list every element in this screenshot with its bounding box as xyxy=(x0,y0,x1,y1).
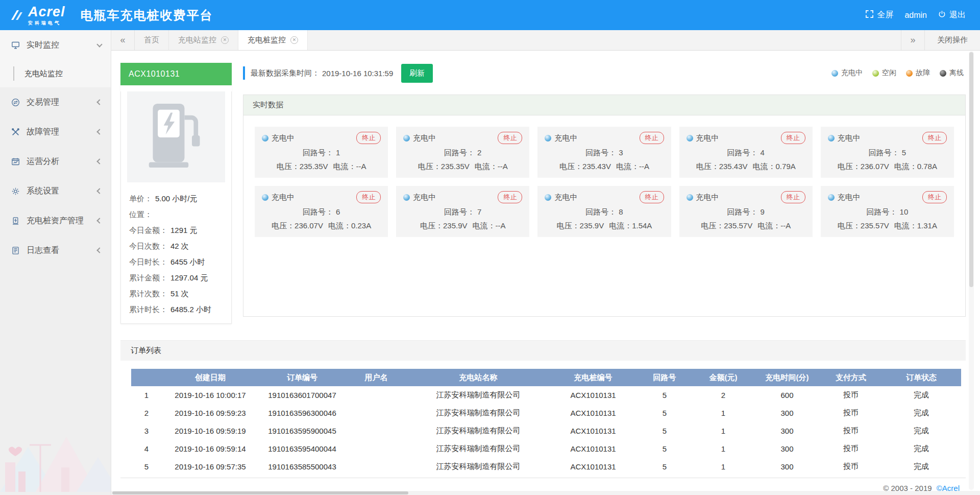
fullscreen-button[interactable]: 全屏 xyxy=(866,10,893,20)
close-icon[interactable]: ✕ xyxy=(290,36,298,44)
circuit-label: 回路号： xyxy=(303,148,333,157)
circuit-label: 回路号： xyxy=(444,148,475,157)
chevron-left-icon xyxy=(96,99,102,105)
table-cell: 2019-10-16 10:00:17 xyxy=(162,386,259,404)
table-cell xyxy=(346,422,407,440)
sidebar-item-fault-management[interactable]: 故障管理 xyxy=(0,117,111,147)
sidebar-item-transaction-management[interactable]: 交易管理 xyxy=(0,87,111,117)
sidebar-item-label: 交易管理 xyxy=(27,97,91,108)
terminate-button[interactable]: 终止 xyxy=(356,132,381,144)
logo-text: Acrel xyxy=(28,5,65,19)
card-status-label: 充电中 xyxy=(838,133,861,143)
table-cell xyxy=(346,458,407,476)
acrel-brand-link[interactable]: ©Acrel xyxy=(937,484,960,491)
voltage-label: 电压： xyxy=(272,221,295,230)
table-cell: 5 xyxy=(636,386,693,404)
close-operations-button[interactable]: 关闭操作 xyxy=(924,30,980,50)
table-cell: 1 xyxy=(131,386,162,404)
realtime-data-panel: 实时数据 充电中终止 回路号：1 电压：235.35V电流：--A 充电中终止 … xyxy=(243,95,966,317)
charging-status-dot xyxy=(831,70,838,77)
column-header: 订单编号 xyxy=(259,369,346,386)
terminate-button[interactable]: 终止 xyxy=(640,132,664,144)
accent-bar xyxy=(243,66,245,80)
current-label: 电流： xyxy=(757,221,780,230)
sidebar-subitem-charging-station-monitor[interactable]: 充电站监控 xyxy=(0,60,111,87)
table-cell: 投币 xyxy=(820,422,881,440)
tab-scroll-left-button[interactable]: « xyxy=(111,30,135,50)
table-cell: 投币 xyxy=(820,458,881,476)
voltage-value: 235.57V xyxy=(861,221,889,230)
current-label: 电流： xyxy=(609,221,632,230)
logo-subtext: 安科瑞电气 xyxy=(28,21,65,26)
vertical-scrollbar[interactable] xyxy=(969,51,974,490)
column-header: 回路号 xyxy=(636,369,693,386)
fault-status-dot xyxy=(906,70,913,77)
sidebar-item-system-settings[interactable]: 系统设置 xyxy=(0,176,111,206)
horizontal-scrollbar[interactable] xyxy=(111,491,980,495)
charging-status-dot xyxy=(262,135,268,142)
circuit-label: 回路号： xyxy=(869,148,899,157)
table-row[interactable]: 22019-10-16 09:59:231910163596300046江苏安科… xyxy=(131,404,961,422)
tab-charging-station-monitor[interactable]: 充电站监控 ✕ xyxy=(169,30,238,50)
refresh-button[interactable]: 刷新 xyxy=(401,64,433,83)
table-row[interactable]: 52019-10-16 09:57:351910163585500043江苏安科… xyxy=(131,458,961,476)
current-value: --A xyxy=(356,162,366,171)
tab-scroll-right-button[interactable]: » xyxy=(901,30,924,50)
voltage-label: 电压： xyxy=(696,162,719,171)
table-cell: 2019-10-16 09:59:19 xyxy=(162,422,259,440)
voltage-value: 235.43V xyxy=(582,162,611,171)
sidebar-item-log-view[interactable]: 日志查看 xyxy=(0,235,111,265)
vertical-scrollbar-thumb[interactable] xyxy=(969,52,973,287)
terminate-button[interactable]: 终止 xyxy=(498,132,522,144)
circuit-card-1: 充电中终止 回路号：1 电压：235.35V电流：--A xyxy=(255,127,388,178)
circuit-number: 10 xyxy=(900,207,909,216)
voltage-label: 电压： xyxy=(701,221,724,230)
logout-button[interactable]: 退出 xyxy=(938,10,966,20)
terminate-button[interactable]: 终止 xyxy=(356,191,381,203)
voltage-label: 电压： xyxy=(277,162,300,171)
terminate-button[interactable]: 终止 xyxy=(922,191,947,203)
charging-status-dot xyxy=(262,194,268,201)
column-header: 订单状态 xyxy=(881,369,961,386)
tab-charging-pile-monitor[interactable]: 充电桩监控 ✕ xyxy=(238,30,308,50)
current-label: 电流： xyxy=(753,162,776,171)
voltage-value: 236.07V xyxy=(295,221,323,230)
legend-fault: 故障 xyxy=(906,68,930,78)
current-value: --A xyxy=(639,162,649,171)
sidebar-item-operation-analysis[interactable]: 运营分析 xyxy=(0,147,111,176)
sidebar-item-charger-asset-management[interactable]: 充电桩资产管理 xyxy=(0,206,111,235)
current-label: 电流： xyxy=(894,221,917,230)
card-status-label: 充电中 xyxy=(554,193,577,202)
table-cell: 1 xyxy=(693,404,754,422)
fullscreen-label: 全屏 xyxy=(877,10,893,20)
card-status-label: 充电中 xyxy=(696,193,719,202)
table-cell: 300 xyxy=(754,440,820,458)
current-label: 电流： xyxy=(328,221,351,230)
status-legend: 充电中 空闲 故障 离线 xyxy=(831,68,966,78)
charging-status-dot xyxy=(545,194,551,201)
terminate-button[interactable]: 终止 xyxy=(922,132,947,144)
page-title: 电瓶车充电桩收费平台 xyxy=(81,7,213,23)
table-cell: ACX1010131 xyxy=(550,440,636,458)
collect-time-value: 2019-10-16 10:31:59 xyxy=(322,69,393,78)
table-row[interactable]: 42019-10-16 09:59:141910163595400044江苏安科… xyxy=(131,440,961,458)
table-row[interactable]: 12019-10-16 10:00:171910163601700047江苏安科… xyxy=(131,386,961,404)
terminate-button[interactable]: 终止 xyxy=(640,191,664,203)
legend-offline: 离线 xyxy=(940,68,964,78)
table-cell: ACX1010131 xyxy=(550,422,636,440)
table-cell: 江苏安科瑞制造有限公司 xyxy=(407,404,550,422)
horizontal-scrollbar-thumb[interactable] xyxy=(112,491,408,494)
voltage-value: 235.43V xyxy=(719,162,748,171)
terminate-button[interactable]: 终止 xyxy=(781,191,805,203)
table-cell: 5 xyxy=(636,404,693,422)
terminate-button[interactable]: 终止 xyxy=(498,191,522,203)
circuit-card-5: 充电中终止 回路号：5 电压：236.07V电流：0.78A xyxy=(821,127,954,178)
close-icon[interactable]: ✕ xyxy=(221,36,229,44)
table-row[interactable]: 32019-10-16 09:59:191910163595900045江苏安科… xyxy=(131,422,961,440)
tab-scroll-left-icon: « xyxy=(120,35,125,45)
tab-home[interactable]: 首页 xyxy=(135,30,169,50)
terminate-button[interactable]: 终止 xyxy=(781,132,805,144)
username[interactable]: admin xyxy=(904,11,927,20)
column-header: 充电桩编号 xyxy=(550,369,636,386)
sidebar-item-realtime-monitor[interactable]: 实时监控 xyxy=(0,30,111,60)
